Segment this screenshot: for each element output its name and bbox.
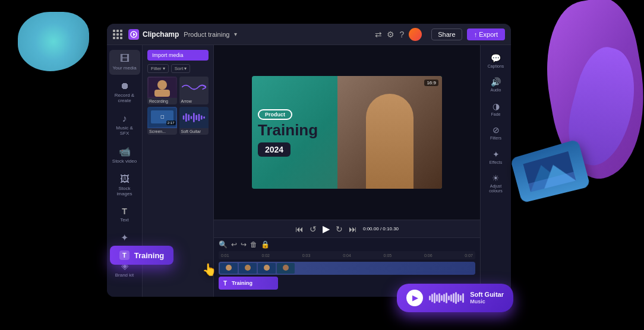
dropdown-arrow: ▾ [234, 31, 237, 37]
track-text-t-icon: T [223, 280, 227, 287]
media-thumb-guitar[interactable]: Soft Guitar [179, 107, 209, 135]
timeline-ruler: 0:01 0:02 0:03 0:04 0:05 0:06 0:07 [219, 251, 475, 259]
svg-text:◻: ◻ [160, 114, 164, 119]
thumb-guitar-label: Soft Guitar [179, 128, 209, 135]
training-pill: T Training [110, 246, 173, 265]
video-track[interactable] [219, 262, 475, 275]
project-name-label: Product training [184, 31, 229, 38]
aspect-ratio-badge: 16:9 [424, 80, 438, 86]
sidebar-item-music[interactable]: ♪ Music & SFX [109, 110, 140, 140]
text-track[interactable]: T Training [219, 277, 278, 290]
sidebar-item-media[interactable]: 🎞 Your media [109, 50, 140, 75]
top-bar: Clipchamp Product training ▾ ⇄ ⚙ ? Share… [107, 24, 511, 45]
record-icon: ⏺ [120, 81, 130, 91]
svg-rect-16 [193, 113, 195, 122]
video-canvas: Product Training 2024 16:9 [252, 76, 442, 189]
skip-back-button[interactable]: ⏮ [295, 224, 304, 234]
help-icon: ? [399, 30, 404, 39]
filter-sort-row: Filter ▾ Sort ▾ [147, 64, 209, 73]
sort-arrow: ▾ [184, 66, 187, 71]
images-label: Stock images [112, 186, 138, 197]
lock-button[interactable]: 🔒 [261, 240, 270, 249]
share-button[interactable]: Share [431, 28, 462, 40]
media-label: Your media [112, 65, 136, 71]
svg-point-7 [157, 80, 167, 90]
filter-button[interactable]: Filter ▾ [147, 64, 169, 73]
audio-label: Audio [491, 88, 501, 93]
sidebar-item-images[interactable]: 🖼 Stock images [109, 170, 140, 201]
svg-rect-12 [182, 116, 184, 120]
video-text-overlay: Product Training 2024 [258, 108, 318, 157]
media-thumb-screen[interactable]: ◻ 2:17 Screen... [147, 107, 177, 135]
audio-icon: 🔊 [491, 77, 501, 87]
svg-point-26 [264, 265, 270, 271]
brand-label: Brand kit [115, 272, 134, 278]
top-icons: ⇄ ⚙ ? [375, 28, 422, 41]
filters-label: Filters [490, 136, 501, 141]
import-media-button[interactable]: Import media [147, 50, 209, 61]
svg-rect-17 [195, 115, 197, 120]
effects-icon: ✦ [493, 150, 500, 159]
zoom-out-button[interactable]: 🔍 [219, 240, 228, 249]
delete-button[interactable]: 🗑 [250, 240, 257, 249]
guitar-name: Soft Guitar [470, 290, 504, 299]
export-button[interactable]: ↑ Export [467, 28, 505, 40]
thumb-duration: 2:17 [166, 120, 176, 125]
track-thumb-1 [220, 263, 238, 274]
right-panel-captions[interactable]: 💬 Captions [482, 50, 510, 72]
training-pill-label: Training [134, 251, 165, 260]
app-name-label: Clipchamp [143, 30, 179, 39]
right-panel-effects[interactable]: ✦ Effects [482, 146, 510, 169]
images-icon: 🖼 [120, 174, 130, 185]
sidebar-item-record[interactable]: ⏺ Record & create [109, 77, 140, 107]
svg-point-24 [245, 265, 251, 271]
thumb-screen-label: Screen... [147, 128, 177, 135]
track-thumb-2 [239, 263, 257, 274]
timeline-toolbar: 🔍 ↩ ↪ 🗑 🔒 [219, 240, 475, 249]
right-panel-filters[interactable]: ⊘ Filters [482, 122, 510, 144]
guitar-wave [429, 292, 464, 304]
decorative-blob-left [18, 12, 89, 71]
skip-forward-button[interactable]: ⏭ [349, 224, 357, 234]
filter-arrow: ▾ [163, 66, 165, 71]
video-person [337, 76, 442, 189]
year-badge: 2024 [258, 142, 291, 157]
media-thumb-arrow[interactable]: Arrow [179, 77, 209, 104]
forward-button[interactable]: ↻ [336, 224, 343, 234]
sidebar-item-stock[interactable]: 📹 Stock video [109, 142, 140, 168]
right-panel-adjust[interactable]: ☀ Adjust colours [482, 170, 510, 198]
music-icon: ♪ [122, 113, 127, 124]
svg-rect-20 [203, 116, 205, 118]
text-label: Text [120, 217, 129, 223]
play-button[interactable]: ▶ [323, 223, 330, 234]
track-thumb-4 [277, 263, 295, 274]
sidebar-item-text[interactable]: T Text [109, 203, 140, 227]
fade-label: Fade [491, 112, 501, 117]
media-thumb-recording[interactable]: Recording [147, 77, 177, 104]
record-label: Record & create [112, 93, 138, 104]
captions-icon: 💬 [491, 53, 501, 63]
guitar-text: Soft Guitar Music [470, 290, 504, 306]
svg-rect-14 [188, 115, 190, 120]
captions-label: Captions [488, 64, 504, 69]
right-panel-audio[interactable]: 🔊 Audio [482, 74, 510, 96]
undo-button[interactable]: ↩ [231, 240, 237, 249]
media-grid: Recording Arrow [147, 77, 209, 135]
right-panel-fade[interactable]: ◑ Fade [482, 98, 510, 120]
ruler-marks: 0:01 0:02 0:03 0:04 0:05 0:06 0:07 [221, 253, 473, 258]
cursor-hand: 👆 [202, 262, 217, 277]
svg-rect-8 [154, 90, 170, 97]
fade-icon: ◑ [493, 101, 500, 111]
sort-button[interactable]: Sort ▾ [171, 64, 191, 73]
svg-point-28 [283, 265, 289, 271]
svg-rect-19 [200, 116, 202, 120]
rewind-button[interactable]: ↺ [310, 224, 317, 234]
product-badge: Product [258, 109, 292, 120]
soft-guitar-pill: ▶ Soft Guitar Music [397, 284, 513, 312]
video-preview: Product Training 2024 16:9 [214, 45, 480, 220]
text-icon: T [122, 207, 127, 216]
redo-button[interactable]: ↪ [241, 240, 247, 249]
preview-area: Product Training 2024 16:9 ⏮ ↺ ▶ ↻ ⏭ 0:0… [214, 45, 480, 297]
user-avatar[interactable] [409, 28, 422, 41]
settings-icon: ⚙ [387, 30, 394, 39]
